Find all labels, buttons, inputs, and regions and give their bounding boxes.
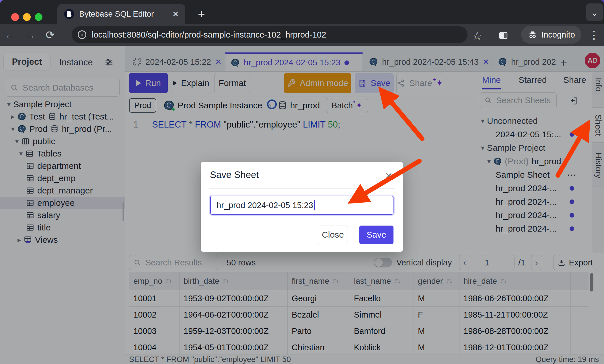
browser-window: Bytebase SQL Editor ✕ + ⌄ ← → ⟳ localhos… [0, 0, 604, 364]
browser-tab-close-icon[interactable]: ✕ [172, 9, 179, 19]
save-sheet-dialog: Save Sheet ✕ hr_prod 2024-02-05 15:23 Cl… [201, 162, 403, 252]
side-panel-icon[interactable] [498, 30, 509, 41]
browser-tab[interactable]: Bytebase SQL Editor ✕ [57, 4, 185, 24]
address-bar[interactable]: localhost:8080/sql-editor/prod-sample-in… [72, 26, 467, 43]
forward-icon[interactable]: → [20, 29, 40, 41]
incognito-badge: Incognito [521, 26, 581, 44]
reload-icon[interactable]: ⟳ [40, 29, 60, 41]
sheet-name-input[interactable]: hr_prod 2024-02-05 15:23 [210, 196, 393, 215]
dialog-close-button[interactable]: Close [318, 226, 348, 244]
traffic-light-zoom[interactable] [35, 13, 42, 21]
traffic-light-minimize[interactable] [23, 13, 31, 21]
dialog-title: Save Sheet [210, 169, 259, 180]
bytebase-favicon [64, 9, 75, 19]
traffic-light-close[interactable] [11, 13, 19, 21]
dialog-save-button[interactable]: Save [359, 226, 393, 244]
bytebase-app: Project Instance ▾ Sample Project ▸ Test [0, 46, 604, 364]
dialog-close-icon[interactable]: ✕ [385, 171, 393, 181]
browser-titlebar: Bytebase SQL Editor ✕ + ⌄ [0, 0, 604, 24]
back-icon[interactable]: ← [0, 29, 20, 41]
incognito-label: Incognito [541, 30, 575, 40]
tab-search-chevron-icon[interactable]: ⌄ [586, 3, 603, 21]
new-tab-icon[interactable]: + [198, 7, 205, 21]
screenshot-root: Bytebase SQL Editor ✕ + ⌄ ← → ⟳ localhos… [0, 0, 604, 364]
browser-menu-kebab-icon[interactable]: ⋮ [589, 29, 599, 41]
incognito-icon [527, 30, 538, 40]
browser-toolbar: ← → ⟳ localhost:8080/sql-editor/prod-sam… [0, 24, 604, 46]
dialog-divider [209, 188, 395, 189]
browser-tab-title: Bytebase SQL Editor [79, 9, 168, 19]
url-text: localhost:8080/sql-editor/prod-sample-in… [92, 30, 326, 40]
bookmark-star-icon[interactable]: ☆ [472, 29, 482, 42]
site-info-icon[interactable] [77, 30, 87, 40]
text-caret [314, 200, 315, 210]
